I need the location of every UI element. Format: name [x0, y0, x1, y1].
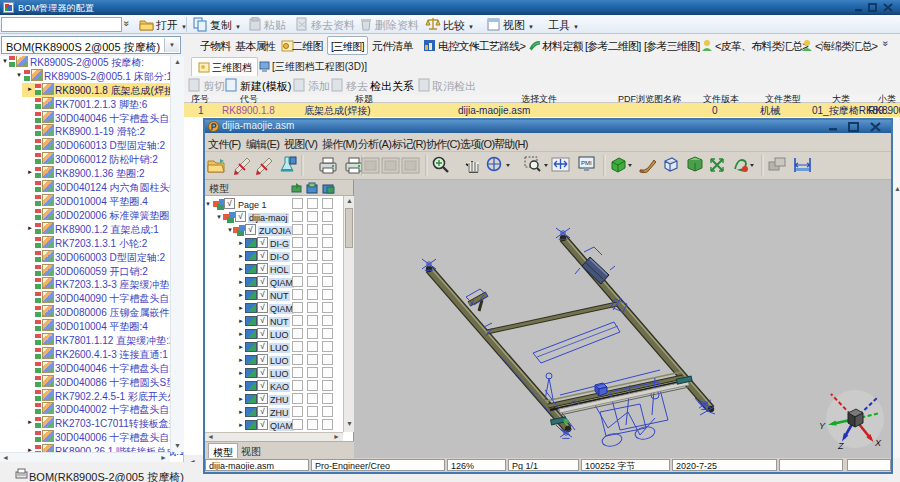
svg-text:Z: Z	[837, 441, 844, 451]
svg-text:X: X	[874, 438, 882, 448]
svg-text:Y: Y	[819, 421, 826, 431]
svg-text:PMI: PMI	[581, 160, 592, 166]
